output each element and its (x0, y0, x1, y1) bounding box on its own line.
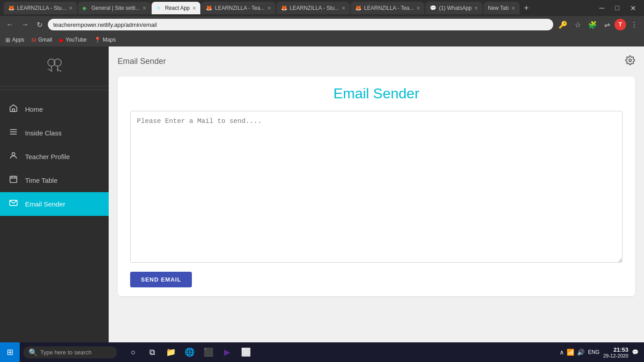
bookmark-gmail[interactable]: M Gmail (31, 37, 52, 43)
new-tab-button[interactable]: + (521, 4, 533, 13)
taskbar-right: ∧ 📶 🔊 ENG 21:53 29-12-2020 💬 (554, 346, 644, 358)
address-bar-row: ← → ↻ 🔑 ☆ 🧩 ⇌ T ⋮ (0, 16, 644, 33)
password-icon[interactable]: 🔑 (556, 19, 570, 31)
tab-general[interactable]: ◆ General | Site setti... × (78, 2, 151, 14)
tab-bar: 🦊 LEARNZILLA - Stu... × ◆ General | Site… (0, 0, 644, 16)
bookmark-gmail-label: Gmail (38, 37, 52, 43)
teacher-profile-icon (9, 151, 18, 162)
sidebar-item-time-table-label: Time Table (25, 177, 58, 184)
address-input[interactable] (48, 19, 553, 30)
tab-title-8: New Tab (488, 5, 508, 11)
tab-close-6[interactable]: × (416, 4, 420, 12)
sidebar-header (0, 46, 109, 86)
tab-title-4: LEARNZILLA - Tea... (215, 5, 264, 11)
tab-favicon-6: 🦊 (355, 5, 361, 11)
tab-favicon-3: ⚛ (156, 5, 162, 11)
settings-icon-button[interactable] (625, 55, 635, 67)
tab-close-3[interactable]: × (192, 4, 196, 12)
tab-newtab[interactable]: New Tab × (483, 2, 520, 14)
tab-title-5: LEARNZILLA - Stu... (290, 5, 339, 11)
bookmarks-bar: ⊞ Apps M Gmail ▶ YouTube 📍 Maps (0, 33, 644, 46)
taskbar-search-input[interactable] (40, 349, 112, 356)
taskbar-vscode[interactable]: ⬛ (199, 342, 217, 362)
tab-learnzilla-4[interactable]: 🦊 LEARNZILLA - Tea... × (351, 2, 424, 14)
youtube-icon: ▶ (59, 37, 64, 43)
tab-learnzilla-3[interactable]: 🦊 LEARNZILLA - Stu... × (276, 2, 350, 14)
email-sender-title: Email Sender (130, 85, 623, 102)
tab-favicon-1: 🦊 (8, 5, 14, 11)
tab-favicon-5: 🦊 (281, 5, 287, 11)
time-table-icon (9, 175, 18, 186)
tab-title-7: (1) WhatsApp (439, 5, 471, 11)
taskbar-cortana[interactable]: ○ (124, 342, 142, 362)
close-button[interactable]: ✕ (626, 4, 640, 13)
taskbar-terminal[interactable]: ⬜ (237, 342, 255, 362)
bookmark-apps[interactable]: ⊞ Apps (5, 37, 24, 43)
tab-close-8[interactable]: × (511, 4, 515, 12)
clock-date: 29-12-2020 (603, 353, 628, 358)
send-email-button[interactable]: SEND EMAIL (130, 272, 192, 287)
window-controls: ─ □ ✕ (595, 4, 640, 13)
bookmark-star-icon[interactable]: ☆ (572, 19, 584, 31)
gmail-icon: M (31, 37, 36, 43)
taskbar-chrome[interactable]: 🌐 (181, 342, 199, 362)
bookmark-maps-label: Maps (103, 37, 116, 43)
sidebar-nav: Home Inside Class (0, 94, 109, 342)
sidebar-item-home[interactable]: Home (0, 97, 109, 121)
app-layout: Home Inside Class (0, 46, 644, 342)
maps-icon: 📍 (94, 37, 101, 43)
taskbar-language: ENG (588, 349, 600, 355)
tab-title-6: LEARNZILLA - Tea... (364, 5, 414, 11)
tab-close-7[interactable]: × (475, 4, 478, 12)
apps-grid-icon: ⊞ (5, 37, 10, 43)
taskbar-file-explorer[interactable]: 📁 (162, 342, 180, 362)
sidebar-item-time-table[interactable]: Time Table (0, 168, 109, 192)
sidebar-item-teacher-profile-label: Teacher Profile (25, 153, 70, 160)
bookmark-maps[interactable]: 📍 Maps (94, 37, 116, 43)
tab-favicon-4: 🦊 (206, 5, 212, 11)
page-header: Email Sender (118, 55, 635, 67)
email-sender-card: Email Sender SEND EMAIL (118, 76, 635, 296)
sidebar-item-teacher-profile[interactable]: Teacher Profile (0, 145, 109, 168)
sidebar-divider (0, 90, 109, 90)
menu-icon[interactable]: ⋮ (628, 19, 640, 31)
tab-close-5[interactable]: × (342, 4, 345, 12)
tab-whatsapp[interactable]: 💬 (1) WhatsApp × (425, 2, 483, 14)
reload-button[interactable]: ↻ (34, 19, 45, 31)
taskbar-clock[interactable]: 21:53 29-12-2020 (603, 346, 628, 358)
taskbar-task-view[interactable]: ⧉ (143, 342, 161, 362)
tab-close-1[interactable]: × (69, 4, 72, 12)
restore-button[interactable]: □ (610, 4, 624, 13)
start-button[interactable]: ⊞ (0, 342, 20, 362)
tab-learnzilla-1[interactable]: 🦊 LEARNZILLA - Stu... × (4, 2, 77, 14)
forward-button[interactable]: → (19, 19, 31, 30)
minimize-button[interactable]: ─ (595, 4, 609, 13)
network-icon[interactable]: 📶 (567, 349, 574, 356)
notifications-icon[interactable]: 💬 (632, 349, 639, 355)
back-button[interactable]: ← (4, 19, 16, 30)
bookmark-youtube[interactable]: ▶ YouTube (59, 37, 87, 43)
extensions-icon[interactable]: 🧩 (585, 19, 600, 31)
svg-rect-6 (13, 109, 15, 112)
sidebar-item-inside-class[interactable]: Inside Class (0, 121, 109, 145)
home-icon (9, 104, 18, 115)
taskbar-powershell[interactable]: ▶ (218, 342, 236, 362)
main-content: Email Sender Email Sender SEND EMAIL (109, 46, 644, 342)
volume-icon[interactable]: 🔊 (577, 349, 585, 356)
taskbar-search[interactable]: 🔍 (23, 346, 117, 358)
tab-react[interactable]: ⚛ React App × (152, 2, 201, 14)
inside-class-icon (9, 127, 18, 139)
svg-point-10 (12, 152, 15, 156)
email-textarea[interactable] (130, 111, 623, 263)
clock-time: 21:53 (614, 346, 628, 353)
tab-favicon-2: ◆ (82, 5, 89, 11)
tab-title-1: LEARNZILLA - Stu... (17, 5, 66, 11)
tab-learnzilla-2[interactable]: 🦊 LEARNZILLA - Tea... × (201, 2, 275, 14)
tab-close-4[interactable]: × (267, 4, 271, 12)
bookmark-apps-label: Apps (12, 37, 24, 43)
profile-avatar[interactable]: T (614, 19, 626, 30)
sync-icon[interactable]: ⇌ (602, 19, 613, 31)
tab-close-2[interactable]: × (143, 4, 146, 12)
sidebar-item-email-sender[interactable]: Email Sender (0, 192, 109, 216)
system-tray-icon[interactable]: ∧ (559, 349, 564, 356)
